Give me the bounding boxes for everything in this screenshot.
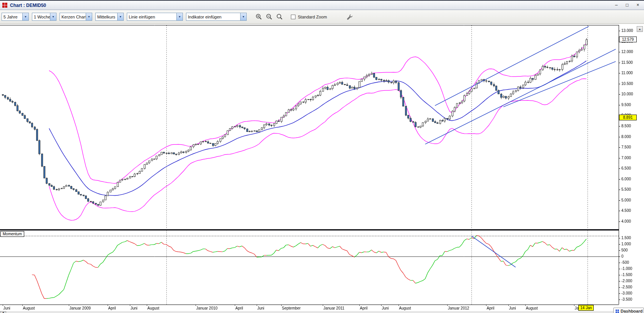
titlebar[interactable]: Chart : DEMID50 – □ × xyxy=(0,1,644,10)
standard-zoom-label: Standard Zoom xyxy=(298,15,327,19)
price-basis-select[interactable]: Mittelkurs ▼ xyxy=(95,13,124,21)
panel-splitter[interactable] xyxy=(0,228,619,231)
zoom-out-button[interactable] xyxy=(265,13,274,21)
zoom-reset-button[interactable] xyxy=(275,13,284,21)
dropdown-arrow-icon: ▼ xyxy=(86,13,92,20)
last-price-tag: 12.579 xyxy=(619,37,637,42)
scroll-up-button[interactable]: ▲ xyxy=(637,26,643,32)
dropdown-arrow-icon: ▼ xyxy=(117,13,123,20)
current-date-tag: 14 Jan xyxy=(578,305,594,311)
momentum-panel-label: Momentum xyxy=(0,231,24,237)
price-chart-canvas[interactable] xyxy=(0,25,644,313)
zoom-in-icon xyxy=(256,13,262,20)
period-value: 5 Jahre xyxy=(2,15,22,19)
chart-type-value: Kerzen Chart xyxy=(60,15,86,19)
dashboard-label: Dashboard xyxy=(621,309,642,313)
app-logo-icon xyxy=(2,3,7,8)
insert-indicator-select[interactable]: Indikator einfügen ▼ xyxy=(186,13,247,21)
chart-window: Chart : DEMID50 – □ × 5 Jahre ▼ 1 Woche … xyxy=(0,0,644,313)
window-title: Chart : DEMID50 xyxy=(10,3,46,8)
dropdown-arrow-icon: ▼ xyxy=(176,13,183,20)
zoom-in-button[interactable] xyxy=(254,13,263,21)
dropdown-arrow-icon: ▼ xyxy=(22,13,28,20)
zoom-out-icon xyxy=(266,13,272,20)
toolbar: 5 Jahre ▼ 1 Woche ▼ Kerzen Chart ▼ Mitte… xyxy=(0,10,644,24)
price-basis-value: Mittelkurs xyxy=(96,15,117,19)
interval-select[interactable]: 1 Woche ▼ xyxy=(32,13,56,21)
dashboard-button[interactable]: Dashboard xyxy=(613,308,644,313)
interval-value: 1 Woche xyxy=(32,15,50,19)
zoom-reset-icon xyxy=(276,13,283,20)
dashboard-grid-icon xyxy=(616,310,619,313)
chart-settings-button[interactable] xyxy=(345,13,354,21)
dropdown-arrow-icon: ▼ xyxy=(240,13,246,20)
close-button[interactable]: × xyxy=(634,2,642,8)
maximize-button[interactable]: □ xyxy=(623,2,631,8)
chart-area[interactable]: 12.579 8.891 Momentum 14 Jan ▲ ◄ Dashboa… xyxy=(0,25,644,313)
standard-zoom-checkbox[interactable] xyxy=(291,15,295,19)
zoom-controls xyxy=(254,13,284,21)
wrench-icon xyxy=(347,14,353,20)
insert-line-value: Linie einfügen xyxy=(127,15,176,19)
window-controls: – □ × xyxy=(612,2,642,8)
scroll-left-button[interactable]: ◄ xyxy=(0,311,6,313)
insert-line-select[interactable]: Linie einfügen ▼ xyxy=(127,13,183,21)
alert-price-tag: 8.891 xyxy=(619,115,637,120)
dropdown-arrow-icon: ▼ xyxy=(50,13,56,20)
chart-type-select[interactable]: Kerzen Chart ▼ xyxy=(60,13,92,21)
minimize-button[interactable]: – xyxy=(612,2,620,8)
period-select[interactable]: 5 Jahre ▼ xyxy=(2,13,29,21)
horizontal-scrollbar[interactable]: ◄ xyxy=(0,311,644,313)
insert-indicator-value: Indikator einfügen xyxy=(186,15,240,19)
